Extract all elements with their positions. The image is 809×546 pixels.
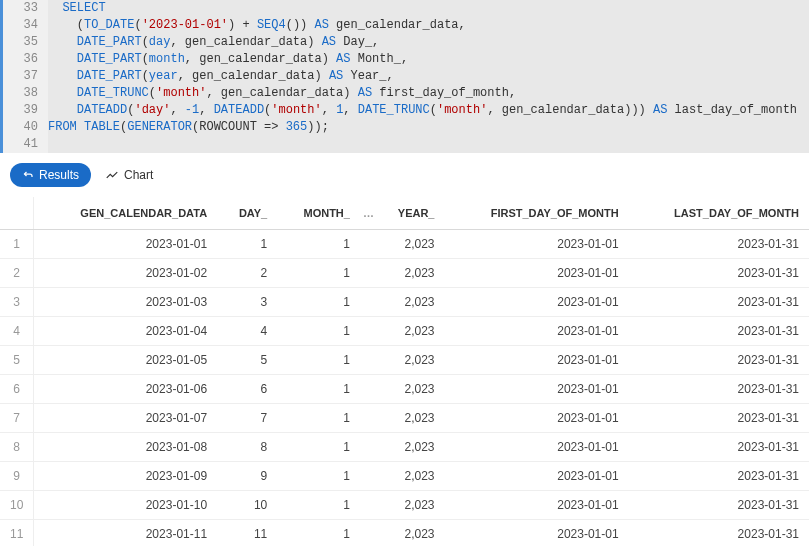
code-content[interactable]: DATE_TRUNC('month', gen_calendar_data) A…: [48, 85, 809, 102]
code-content[interactable]: DATEADD('day', -1, DATEADD('month', 1, D…: [48, 102, 809, 119]
line-number: 39: [3, 102, 48, 119]
cell[interactable]: 2,023: [374, 462, 445, 491]
cell[interactable]: 2023-01-31: [629, 462, 809, 491]
cell[interactable]: 2,023: [374, 404, 445, 433]
cell[interactable]: 2023-01-31: [629, 375, 809, 404]
cell[interactable]: 2023-01-31: [629, 230, 809, 259]
table-row[interactable]: 62023-01-06612,0232023-01-012023-01-31: [0, 375, 809, 404]
cell[interactable]: 1: [277, 346, 360, 375]
cell[interactable]: 2,023: [374, 491, 445, 520]
cell[interactable]: 1: [217, 230, 277, 259]
cell[interactable]: 2023-01-31: [629, 317, 809, 346]
code-content[interactable]: [48, 136, 809, 153]
cell[interactable]: 6: [217, 375, 277, 404]
code-content[interactable]: (TO_DATE('2023-01-01') + SEQ4()) AS gen_…: [48, 17, 809, 34]
cell[interactable]: 2023-01-01: [444, 317, 628, 346]
cell[interactable]: 2023-01-10: [34, 491, 217, 520]
cell[interactable]: 2023-01-01: [34, 230, 217, 259]
cell[interactable]: 2023-01-31: [629, 404, 809, 433]
sql-editor[interactable]: 33 SELECT34 (TO_DATE('2023-01-01') + SEQ…: [0, 0, 809, 153]
cell[interactable]: 2023-01-09: [34, 462, 217, 491]
cell[interactable]: 2023-01-07: [34, 404, 217, 433]
code-line: 39 DATEADD('day', -1, DATEADD('month', 1…: [3, 102, 809, 119]
cell[interactable]: 2023-01-11: [34, 520, 217, 547]
cell[interactable]: 2023-01-31: [629, 259, 809, 288]
column-header[interactable]: GEN_CALENDAR_DATA: [34, 197, 217, 230]
cell[interactable]: 1: [277, 491, 360, 520]
cell[interactable]: 2023-01-01: [444, 259, 628, 288]
cell[interactable]: 2023-01-04: [34, 317, 217, 346]
cell[interactable]: 1: [277, 375, 360, 404]
cell[interactable]: 2: [217, 259, 277, 288]
cell[interactable]: 2,023: [374, 230, 445, 259]
cell[interactable]: 2,023: [374, 288, 445, 317]
cell[interactable]: 2023-01-31: [629, 520, 809, 547]
cell[interactable]: 1: [277, 288, 360, 317]
cell[interactable]: 2023-01-01: [444, 404, 628, 433]
cell[interactable]: 2023-01-08: [34, 433, 217, 462]
cell[interactable]: 11: [217, 520, 277, 547]
cell[interactable]: 2023-01-01: [444, 230, 628, 259]
cell[interactable]: 1: [277, 433, 360, 462]
table-row[interactable]: 32023-01-03312,0232023-01-012023-01-31: [0, 288, 809, 317]
table-row[interactable]: 42023-01-04412,0232023-01-012023-01-31: [0, 317, 809, 346]
cell[interactable]: 2023-01-31: [629, 491, 809, 520]
code-content[interactable]: DATE_PART(month, gen_calendar_data) AS M…: [48, 51, 809, 68]
cell[interactable]: 2023-01-05: [34, 346, 217, 375]
cell[interactable]: 2023-01-03: [34, 288, 217, 317]
column-header[interactable]: DAY_: [217, 197, 277, 230]
column-header[interactable]: MONTH_: [277, 197, 360, 230]
cell[interactable]: 2023-01-01: [444, 288, 628, 317]
cell[interactable]: 7: [217, 404, 277, 433]
code-content[interactable]: FROM TABLE(GENERATOR(ROWCOUNT => 365));: [48, 119, 809, 136]
cell[interactable]: 2023-01-01: [444, 346, 628, 375]
table-row[interactable]: 72023-01-07712,0232023-01-012023-01-31: [0, 404, 809, 433]
cell[interactable]: 2,023: [374, 346, 445, 375]
cell[interactable]: 9: [217, 462, 277, 491]
cell[interactable]: 2023-01-01: [444, 433, 628, 462]
cell[interactable]: 2023-01-01: [444, 520, 628, 547]
cell[interactable]: 8: [217, 433, 277, 462]
cell[interactable]: 2023-01-31: [629, 346, 809, 375]
column-header[interactable]: LAST_DAY_OF_MONTH: [629, 197, 809, 230]
table-row[interactable]: 112023-01-111112,0232023-01-012023-01-31: [0, 520, 809, 547]
results-button[interactable]: Results: [10, 163, 91, 187]
column-header[interactable]: YEAR_: [374, 197, 445, 230]
cell[interactable]: 2023-01-31: [629, 288, 809, 317]
cell[interactable]: 2023-01-31: [629, 433, 809, 462]
cell[interactable]: 1: [277, 462, 360, 491]
cell[interactable]: 2,023: [374, 317, 445, 346]
cell[interactable]: 2023-01-06: [34, 375, 217, 404]
cell[interactable]: 2023-01-01: [444, 462, 628, 491]
chart-button[interactable]: Chart: [105, 168, 153, 182]
table-row[interactable]: 22023-01-02212,0232023-01-012023-01-31: [0, 259, 809, 288]
cell[interactable]: 2,023: [374, 433, 445, 462]
row-index: 7: [0, 404, 34, 433]
cell[interactable]: 2,023: [374, 520, 445, 547]
cell[interactable]: 5: [217, 346, 277, 375]
cell[interactable]: 1: [277, 404, 360, 433]
cell[interactable]: 10: [217, 491, 277, 520]
cell[interactable]: 2023-01-01: [444, 375, 628, 404]
cell[interactable]: 2023-01-02: [34, 259, 217, 288]
more-columns-indicator[interactable]: [360, 197, 374, 230]
cell[interactable]: 4: [217, 317, 277, 346]
cell[interactable]: 2,023: [374, 259, 445, 288]
code-content[interactable]: SELECT: [48, 0, 809, 17]
code-content[interactable]: DATE_PART(day, gen_calendar_data) AS Day…: [48, 34, 809, 51]
table-row[interactable]: 12023-01-01112,0232023-01-012023-01-31: [0, 230, 809, 259]
table-row[interactable]: 82023-01-08812,0232023-01-012023-01-31: [0, 433, 809, 462]
cell[interactable]: 2023-01-01: [444, 491, 628, 520]
cell[interactable]: 1: [277, 317, 360, 346]
column-header[interactable]: FIRST_DAY_OF_MONTH: [444, 197, 628, 230]
code-content[interactable]: DATE_PART(year, gen_calendar_data) AS Ye…: [48, 68, 809, 85]
cell[interactable]: 3: [217, 288, 277, 317]
cell[interactable]: 1: [277, 259, 360, 288]
table-row[interactable]: 92023-01-09912,0232023-01-012023-01-31: [0, 462, 809, 491]
results-table[interactable]: GEN_CALENDAR_DATADAY_MONTH_YEAR_FIRST_DA…: [0, 197, 809, 546]
cell[interactable]: 1: [277, 230, 360, 259]
cell[interactable]: 1: [277, 520, 360, 547]
table-row[interactable]: 102023-01-101012,0232023-01-012023-01-31: [0, 491, 809, 520]
cell[interactable]: 2,023: [374, 375, 445, 404]
table-row[interactable]: 52023-01-05512,0232023-01-012023-01-31: [0, 346, 809, 375]
